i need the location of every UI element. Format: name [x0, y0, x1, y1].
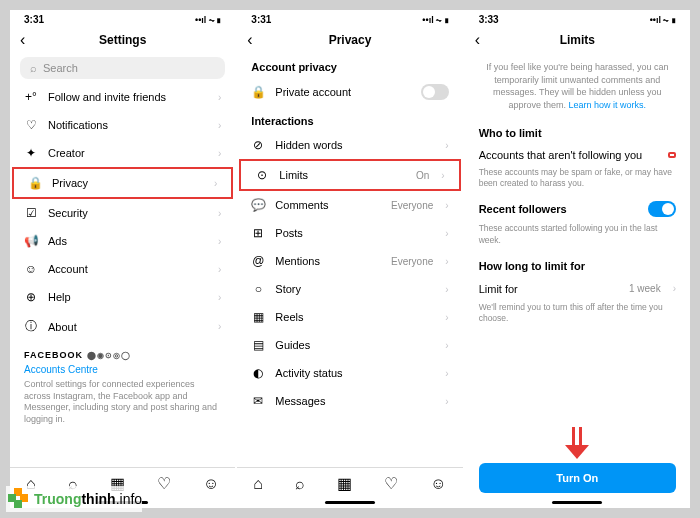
lock-icon: 🔒 [28, 176, 42, 190]
limits-screen: 3:33 ••ıl ⏦ ▮ ‹ Limits If you feel like … [465, 10, 690, 508]
row-follow-invite[interactable]: +° Follow and invite friends › [10, 83, 235, 111]
chevron-right-icon: › [218, 236, 221, 247]
info-icon: ⓘ [24, 318, 38, 335]
chevron-right-icon: › [218, 148, 221, 159]
row-messages[interactable]: ✉ Messages › [237, 387, 462, 415]
row-limit-for[interactable]: Limit for 1 week › [465, 276, 690, 302]
home-indicator [552, 501, 602, 504]
user-plus-icon: +° [24, 90, 38, 104]
home-indicator [325, 501, 375, 504]
comment-icon: 💬 [251, 198, 265, 212]
facebook-app-icons: ⬤◉⊙◎◯ [87, 351, 131, 360]
chevron-right-icon: › [218, 292, 221, 303]
story-icon: ○ [251, 282, 265, 296]
learn-link[interactable]: Learn how it works. [569, 100, 647, 110]
chevron-right-icon: › [445, 200, 448, 211]
search-input[interactable]: ⌕ Search [20, 57, 225, 79]
messages-icon: ✉ [251, 394, 265, 408]
status-time: 3:33 [479, 14, 499, 25]
lock-icon: 🔒 [251, 85, 265, 99]
nav-profile-icon[interactable]: ☺ [430, 475, 446, 493]
chevron-right-icon: › [218, 120, 221, 131]
back-icon[interactable]: ‹ [247, 31, 252, 49]
row-privacy[interactable]: 🔒 Privacy › [12, 167, 233, 199]
nav-activity-icon[interactable]: ♡ [384, 474, 398, 493]
chevron-right-icon: › [445, 284, 448, 295]
nav-home-icon[interactable]: ⌂ [253, 475, 263, 493]
row-limits[interactable]: ⊙ Limits On › [239, 159, 460, 191]
section-interactions: Interactions [237, 107, 462, 131]
eye-off-icon: ⊘ [251, 138, 265, 152]
nav-profile-icon[interactable]: ☺ [203, 475, 219, 493]
turn-on-button[interactable]: Turn On [479, 463, 676, 493]
chevron-right-icon: › [214, 178, 217, 189]
account-icon: ☺ [24, 262, 38, 276]
section-who-to-limit: Who to limit [465, 119, 690, 143]
row-ads[interactable]: 📢 Ads › [10, 227, 235, 255]
status-indicators: ••ıl ⏦ ▮ [650, 15, 676, 25]
reels-icon: ▦ [251, 310, 265, 324]
section-account-privacy: Account privacy [237, 53, 462, 77]
row-hidden-words[interactable]: ⊘ Hidden words › [237, 131, 462, 159]
page-title: Limits [560, 33, 595, 47]
row-activity-status[interactable]: ◐ Activity status › [237, 359, 462, 387]
chevron-right-icon: › [218, 92, 221, 103]
megaphone-icon: 📢 [24, 234, 38, 248]
chevron-right-icon: › [445, 368, 448, 379]
annotation-arrow-icon [465, 427, 690, 459]
row-posts[interactable]: ⊞ Posts › [237, 219, 462, 247]
footer-description: Control settings for connected experienc… [10, 377, 235, 428]
toggle-highlight [668, 152, 676, 158]
chevron-right-icon: › [673, 283, 676, 294]
header: ‹ Limits [465, 27, 690, 53]
chevron-right-icon: › [445, 228, 448, 239]
status-indicators: ••ıl ⏦ ▮ [422, 15, 448, 25]
page-title: Settings [99, 33, 146, 47]
limits-icon: ⊙ [255, 168, 269, 182]
search-icon: ⌕ [30, 62, 37, 74]
chevron-right-icon: › [445, 340, 448, 351]
watermark-text3: .info [116, 491, 142, 507]
status-bar: 3:31 ••ıl ⏦ ▮ [10, 10, 235, 27]
nav-search-icon[interactable]: ⌕ [295, 475, 305, 493]
facebook-section: FACEBOOK ⬤◉⊙◎◯ [10, 342, 235, 362]
private-account-toggle[interactable] [421, 84, 449, 100]
chevron-right-icon: › [445, 140, 448, 151]
watermark-text2: thinh [81, 491, 115, 507]
row-comments[interactable]: 💬 Comments Everyone › [237, 191, 462, 219]
page-title: Privacy [329, 33, 372, 47]
chevron-right-icon: › [445, 256, 448, 267]
search-placeholder: Search [43, 62, 78, 74]
row-mentions[interactable]: @ Mentions Everyone › [237, 247, 462, 275]
row-notifications[interactable]: ♡ Notifications › [10, 111, 235, 139]
chevron-right-icon: › [445, 312, 448, 323]
recent-followers-sub: These accounts started following you in … [465, 223, 690, 251]
row-recent-followers[interactable]: Recent followers [465, 195, 690, 223]
chevron-right-icon: › [445, 396, 448, 407]
row-account[interactable]: ☺ Account › [10, 255, 235, 283]
row-reels[interactable]: ▦ Reels › [237, 303, 462, 331]
row-not-following[interactable]: Accounts that aren't following you [465, 143, 690, 167]
recent-followers-toggle[interactable] [648, 201, 676, 217]
posts-icon: ⊞ [251, 226, 265, 240]
back-icon[interactable]: ‹ [475, 31, 480, 49]
privacy-screen: 3:31 ••ıl ⏦ ▮ ‹ Privacy Account privacy … [237, 10, 462, 508]
back-icon[interactable]: ‹ [20, 31, 25, 49]
row-story[interactable]: ○ Story › [237, 275, 462, 303]
row-creator[interactable]: ✦ Creator › [10, 139, 235, 167]
row-guides[interactable]: ▤ Guides › [237, 331, 462, 359]
help-icon: ⊕ [24, 290, 38, 304]
nav-reels-icon[interactable]: ▦ [337, 474, 352, 493]
remind-text: We'll remind you to turn this off after … [465, 302, 690, 330]
bottom-nav: ⌂ ⌕ ▦ ♡ ☺ [237, 467, 462, 499]
row-private-account[interactable]: 🔒 Private account [237, 77, 462, 107]
row-about[interactable]: ⓘ About › [10, 311, 235, 342]
row-help[interactable]: ⊕ Help › [10, 283, 235, 311]
nav-activity-icon[interactable]: ♡ [157, 474, 171, 493]
watermark: Truongthinh.info [6, 486, 142, 512]
accounts-centre-link[interactable]: Accounts Centre [10, 362, 235, 377]
creator-icon: ✦ [24, 146, 38, 160]
status-indicators: ••ıl ⏦ ▮ [195, 15, 221, 25]
settings-screen: 3:31 ••ıl ⏦ ▮ ‹ Settings ⌕ Search +° Fol… [10, 10, 235, 508]
row-security[interactable]: ☑ Security › [10, 199, 235, 227]
